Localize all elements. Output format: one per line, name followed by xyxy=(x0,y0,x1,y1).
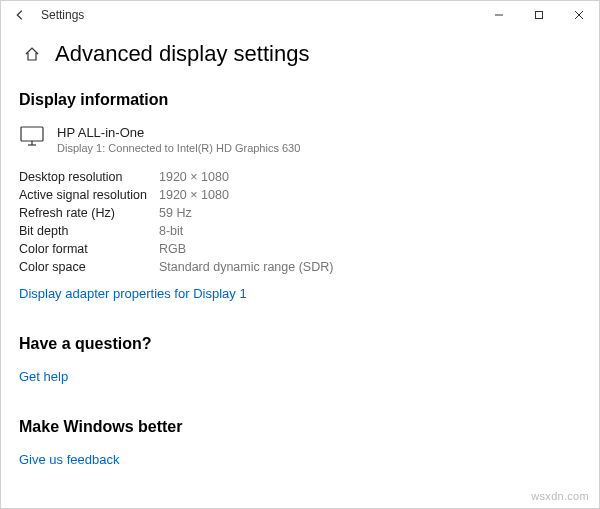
spec-color-space: Color space Standard dynamic range (SDR) xyxy=(19,260,581,274)
section-title-feedback: Make Windows better xyxy=(19,418,581,436)
spec-value: 1920 × 1080 xyxy=(159,170,229,184)
watermark: wsxdn.com xyxy=(531,490,589,502)
spec-refresh-rate: Refresh rate (Hz) 59 Hz xyxy=(19,206,581,220)
close-button[interactable] xyxy=(559,1,599,29)
spec-value: 1920 × 1080 xyxy=(159,188,229,202)
back-button[interactable] xyxy=(11,8,29,22)
svg-rect-4 xyxy=(21,127,43,141)
titlebar: Settings xyxy=(1,1,599,29)
spec-active-resolution: Active signal resolution 1920 × 1080 xyxy=(19,188,581,202)
home-button[interactable] xyxy=(23,45,41,63)
minimize-icon xyxy=(494,10,504,20)
feedback-section: Make Windows better Give us feedback xyxy=(19,418,581,467)
spec-value: Standard dynamic range (SDR) xyxy=(159,260,333,274)
spec-bit-depth: Bit depth 8-bit xyxy=(19,224,581,238)
monitor-name: HP ALL-in-One xyxy=(57,125,300,140)
section-title-display-info: Display information xyxy=(19,91,581,109)
monitor-icon xyxy=(19,125,45,150)
maximize-icon xyxy=(534,10,544,20)
get-help-link[interactable]: Get help xyxy=(19,369,68,384)
close-icon xyxy=(574,10,584,20)
display-adapter-link[interactable]: Display adapter properties for Display 1 xyxy=(19,286,247,301)
display-information-section: Display information HP ALL-in-One Displa… xyxy=(19,91,581,301)
svg-rect-1 xyxy=(536,12,543,19)
minimize-button[interactable] xyxy=(479,1,519,29)
spec-color-format: Color format RGB xyxy=(19,242,581,256)
monitor-text: HP ALL-in-One Display 1: Connected to In… xyxy=(57,125,300,154)
spec-label: Active signal resolution xyxy=(19,188,159,202)
feedback-link[interactable]: Give us feedback xyxy=(19,452,119,467)
home-icon xyxy=(24,46,40,62)
spec-label: Refresh rate (Hz) xyxy=(19,206,159,220)
app-title: Settings xyxy=(41,8,479,22)
spec-value: 59 Hz xyxy=(159,206,192,220)
content-area: Display information HP ALL-in-One Displa… xyxy=(1,91,599,467)
spec-value: RGB xyxy=(159,242,186,256)
maximize-button[interactable] xyxy=(519,1,559,29)
spec-label: Desktop resolution xyxy=(19,170,159,184)
spec-label: Color format xyxy=(19,242,159,256)
monitor-subtext: Display 1: Connected to Intel(R) HD Grap… xyxy=(57,142,300,154)
spec-label: Color space xyxy=(19,260,159,274)
page-title: Advanced display settings xyxy=(55,41,309,67)
spec-desktop-resolution: Desktop resolution 1920 × 1080 xyxy=(19,170,581,184)
page-header: Advanced display settings xyxy=(1,29,599,85)
monitor-summary: HP ALL-in-One Display 1: Connected to In… xyxy=(19,125,581,154)
spec-value: 8-bit xyxy=(159,224,183,238)
section-title-help: Have a question? xyxy=(19,335,581,353)
back-arrow-icon xyxy=(13,8,27,22)
help-section: Have a question? Get help xyxy=(19,335,581,384)
spec-label: Bit depth xyxy=(19,224,159,238)
window-controls xyxy=(479,1,599,29)
